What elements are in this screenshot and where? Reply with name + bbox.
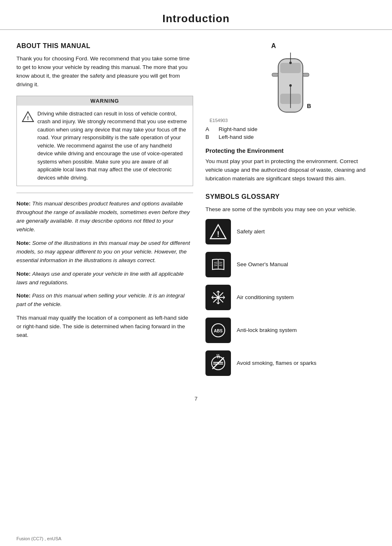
svg-line-20 [219, 265, 222, 266]
note-1-label: Note: [16, 200, 31, 207]
page-wrapper: Introduction ABOUT THIS MANUAL Thank you… [0, 0, 392, 546]
symbol-row-no-smoking: Avoid smoking, flames or sparks [205, 350, 376, 376]
ac-icon-box [205, 285, 231, 310]
diagram-image: B [205, 51, 376, 116]
legend-letter-a: A [205, 126, 212, 132]
svg-rect-6 [303, 73, 309, 76]
svg-point-10 [289, 84, 292, 87]
svg-line-17 [214, 265, 217, 266]
symbol-row-safety: ! Safety alert [205, 219, 376, 244]
note-1: Note: This manual describes product feat… [16, 200, 193, 234]
note-3-label: Note: [16, 271, 31, 277]
owners-manual-icon [209, 256, 227, 274]
legend-text-b: Left-hand side [219, 134, 254, 140]
diagram-legend: A Right-hand side B Left-hand side [205, 126, 376, 140]
safety-alert-icon: ! [209, 223, 227, 241]
safety-alert-label: Safety alert [237, 228, 265, 235]
note-1-text: This manual describes product features a… [16, 200, 190, 233]
legend-row-a: A Right-hand side [205, 126, 376, 132]
diagram-label-a: A [271, 42, 276, 50]
svg-line-19 [219, 264, 222, 264]
about-heading: ABOUT THIS MANUAL [16, 42, 193, 50]
warning-box: WARNING ! Driving while distracted can r… [16, 96, 193, 187]
symbols-section: SYMBOLS GLOSSARY These are some of the s… [205, 193, 376, 376]
note-4-label: Note: [16, 293, 31, 299]
right-column: A [205, 42, 376, 383]
note-4-text: Pass on this manual when selling your ve… [16, 293, 184, 307]
note-3-text: Always use and operate your vehicle in l… [16, 271, 184, 286]
svg-line-38 [212, 357, 224, 369]
safety-alert-icon-box: ! [205, 219, 231, 244]
ac-label: Air conditioning system [237, 294, 294, 300]
svg-text:!: ! [27, 115, 29, 121]
no-smoking-icon-box [205, 350, 231, 376]
diagram-caption: E154903 [205, 118, 376, 123]
page-title: Introduction [162, 12, 230, 25]
warning-title: WARNING [17, 96, 193, 106]
owners-manual-icon-box [205, 252, 231, 277]
svg-rect-3 [280, 63, 301, 73]
page-number: 7 [0, 396, 392, 402]
page-header: Introduction [0, 0, 392, 30]
warning-icon: ! [22, 111, 34, 123]
vehicle-diagram-container: A [205, 42, 376, 123]
svg-line-15 [214, 262, 217, 263]
svg-text:ABS: ABS [214, 329, 222, 333]
no-smoking-label: Avoid smoking, flames or sparks [237, 360, 316, 366]
page-footer: Fusion (CC7) , enUSA [16, 536, 61, 541]
symbol-row-abs: ABS Anti-lock braking system [205, 318, 376, 343]
warning-content: ! Driving while distracted can result in… [17, 106, 193, 186]
legend-text-a: Right-hand side [219, 126, 258, 132]
symbol-row-owners-manual: See Owner's Manual [205, 252, 376, 277]
owners-manual-label: See Owner's Manual [237, 261, 288, 267]
svg-rect-5 [272, 73, 278, 76]
protecting-heading: Protecting the Environment [205, 147, 376, 154]
car-diagram-svg: B [249, 51, 332, 116]
note-2: Note: Some of the illustrations in this … [16, 239, 193, 265]
protecting-section: Protecting the Environment You must play… [205, 147, 376, 183]
legend-row-b: B Left-hand side [205, 134, 376, 140]
svg-text:B: B [307, 103, 311, 109]
svg-line-18 [219, 262, 222, 263]
no-smoking-icon [209, 354, 227, 372]
svg-text:!: ! [217, 230, 219, 238]
note-2-text: Some of the illustrations in this manual… [16, 240, 190, 263]
left-column: ABOUT THIS MANUAL Thank you for choosing… [16, 42, 193, 383]
protecting-text: You must play your part in protecting th… [205, 157, 376, 183]
about-intro: Thank you for choosing Ford. We recommen… [16, 55, 193, 89]
abs-icon-box: ABS [205, 318, 231, 343]
svg-line-16 [214, 264, 217, 264]
note-3: Note: Always use and operate your vehicl… [16, 270, 193, 287]
main-content: ABOUT THIS MANUAL Thank you for choosing… [0, 42, 392, 383]
symbols-intro: These are some of the symbols you may se… [205, 205, 376, 214]
warning-text: Driving while distracted can result in l… [37, 110, 188, 182]
legend-letter-b: B [205, 134, 212, 140]
svg-point-8 [289, 62, 292, 64]
note-2-label: Note: [16, 240, 31, 246]
abs-icon: ABS [209, 321, 227, 339]
divider-1 [16, 193, 193, 193]
ac-icon [209, 288, 227, 306]
note-4: Note: Pass on this manual when selling y… [16, 292, 193, 309]
symbol-row-ac: Air conditioning system [205, 285, 376, 310]
body-text: This manual may qualify the location of … [16, 314, 193, 340]
abs-label: Anti-lock braking system [237, 327, 297, 333]
symbols-heading: SYMBOLS GLOSSARY [205, 193, 376, 200]
